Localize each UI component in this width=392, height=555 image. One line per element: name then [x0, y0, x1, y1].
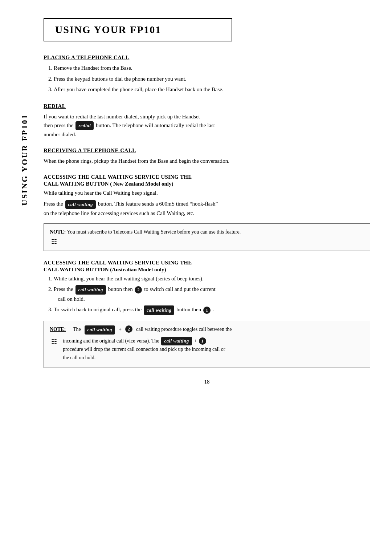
list-item: To switch back to original call, press t… [54, 305, 370, 315]
section-heading-accessing-au: ACCESSING THE CALL WAITING SERVICE USING… [44, 260, 370, 266]
page-title-box: USING YOUR FP101 [44, 18, 232, 41]
note-box-au: NOTE: The call waiting + 2 call waiting … [44, 321, 370, 368]
section-accessing-nz: ACCESSING THE CALL WAITING SERVICE USING… [44, 174, 370, 251]
nz-text1: While talking you hear the Call Waiting … [44, 189, 370, 197]
redial-then-press: then press the [44, 122, 75, 128]
note-icon-nz: ☷ [51, 236, 57, 247]
call-waiting-button-note2: call waiting [161, 337, 192, 346]
redial-text: If you want to redial the last number di… [44, 112, 370, 139]
section-heading-placing-call: PLACING A TELEPHONE CALL [44, 54, 370, 61]
call-waiting-button-au-3: call waiting [144, 305, 174, 315]
circle-2-note: 2 [125, 325, 132, 333]
section-heading-receiving-call: RECEIVING A TELEPHONE CALL [44, 147, 370, 154]
note-text-nz: You must subscribe to Telecoms Call Wait… [66, 229, 241, 235]
note-label-nz: NOTE: [50, 229, 66, 235]
page-title: USING YOUR FP101 [55, 24, 161, 35]
list-item: While talking, you hear the call waiting… [54, 274, 370, 284]
list-item: Remove the Handset from the Base. [54, 64, 370, 73]
call-waiting-button-note1: call waiting [85, 325, 115, 335]
note-au-plus1: + [119, 325, 122, 333]
redial-text1: If you want to redial the last number di… [44, 114, 200, 119]
page-number: 18 [44, 379, 370, 385]
note-au-text2: incoming and the original call (vice ver… [63, 338, 160, 343]
note-au-plus2: + [194, 338, 198, 343]
au-steps: While talking, you hear the call waiting… [54, 274, 370, 315]
redial-text2: button. The telephone will automatically… [94, 122, 215, 128]
nz-text2: Press the call waiting button. This feat… [44, 199, 370, 218]
nz-text2-post: button. This feature sends a 600mS timed… [97, 201, 218, 207]
section-accessing-au: ACCESSING THE CALL WAITING SERVICE USING… [44, 260, 370, 368]
note-au-text4: the call on hold. [63, 355, 95, 360]
list-item: Press the call waiting button then 2 to … [54, 285, 370, 304]
nz-text3: on the telephone line for accessing serv… [44, 210, 194, 216]
note-au-text1-post: call waiting procedure toggles call betw… [136, 325, 232, 333]
sidebar-label: USING YOUR FP101 [20, 102, 29, 218]
note-au-text3: procedure will drop the current call con… [63, 347, 225, 352]
nz-sub-heading: CALL WAITING BUTTON ( New Zealand Model … [44, 181, 173, 187]
au-step1: While talking, you hear the call waiting… [54, 276, 204, 281]
list-item: After you have completed the phone call,… [54, 85, 370, 94]
section-subheading-au: CALL WAITING BUTTON (Australian Model on… [44, 267, 370, 273]
redial-text3: number dialed. [44, 131, 76, 137]
note-row-au-1: NOTE: The call waiting + 2 call waiting … [50, 325, 364, 335]
receiving-call-text: When the phone rings, pickup the Handset… [44, 157, 370, 165]
note-label-au: NOTE: [50, 325, 66, 333]
circle-2-au: 2 [135, 286, 142, 293]
nz-press-label: Press the [44, 201, 65, 207]
call-waiting-button-nz: call waiting [65, 200, 96, 209]
placing-call-steps: Remove the Handset from the Base. Press … [54, 64, 370, 94]
note-au-text-block: incoming and the original call (vice ver… [63, 337, 225, 362]
note-au-text1-pre2: The [73, 325, 81, 333]
note-au-text1-pre [69, 325, 70, 333]
circle-1-note: 1 [199, 337, 206, 345]
page: USING YOUR FP101 USING YOUR FP101 PLACIN… [0, 0, 392, 555]
note-box-nz: NOTE: You must subscribe to Telecoms Cal… [44, 223, 370, 251]
note-row-au-2: ☷ incoming and the original call (vice v… [50, 337, 364, 362]
redial-button: redial [75, 121, 94, 130]
list-item: Press the keypad buttons to dial the pho… [54, 74, 370, 84]
note-icon-au: ☷ [51, 337, 60, 347]
section-receiving-call: RECEIVING A TELEPHONE CALL When the phon… [44, 147, 370, 165]
content-area: USING YOUR FP101 PLACING A TELEPHONE CAL… [44, 18, 370, 555]
section-heading-redial: REDIAL [44, 103, 370, 109]
section-redial: REDIAL If you want to redial the last nu… [44, 103, 370, 139]
section-subheading-nz: CALL WAITING BUTTON ( New Zealand Model … [44, 181, 370, 187]
call-waiting-button-au-2: call waiting [75, 285, 106, 295]
circle-1-au: 1 [203, 307, 211, 314]
section-placing-call: PLACING A TELEPHONE CALL Remove the Hand… [44, 54, 370, 94]
section-heading-accessing-nz: ACCESSING THE CALL WAITING SERVICE USING… [44, 174, 370, 180]
